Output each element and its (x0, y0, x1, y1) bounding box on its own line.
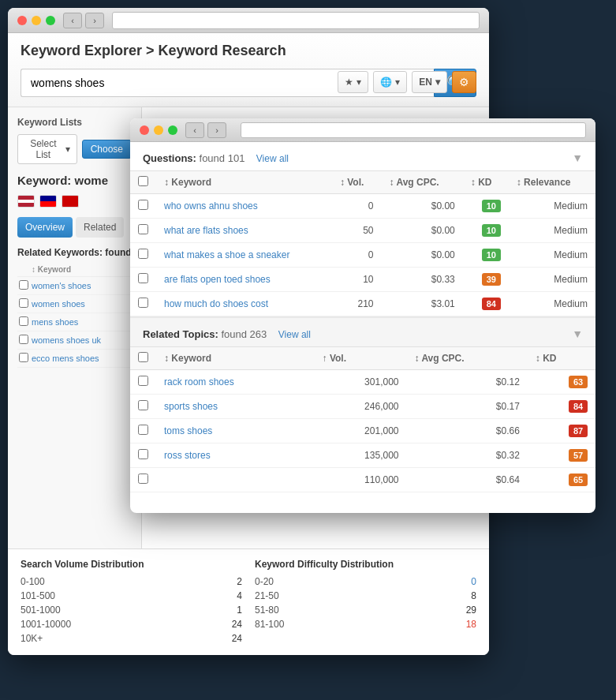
globe-icon: 🌐 (380, 77, 392, 88)
keyword-cell[interactable]: women's shoes (30, 277, 132, 295)
kd-range-count: 29 (466, 605, 476, 616)
kw-checkbox[interactable] (19, 280, 28, 290)
vol-cell: 210 (332, 292, 382, 316)
kd-range-count: 0 (471, 576, 476, 587)
keyword-cell[interactable]: womens shoes uk (30, 331, 132, 350)
q-relevance-header: ↕ Relevance (509, 171, 595, 194)
kd-badge: 57 (569, 449, 588, 462)
filter-icon[interactable]: ▼ (572, 152, 583, 164)
questions-title-row: Questions: found 101 View all (143, 152, 289, 164)
close-btn[interactable] (17, 16, 27, 25)
overlay-back[interactable]: ‹ (185, 122, 204, 138)
overlay-titlebar: ‹ › (130, 118, 595, 142)
tab-related[interactable]: Related (76, 217, 124, 238)
back-button[interactable]: ‹ (63, 13, 82, 28)
related-topics-title-row: Related Topics: found 263 View all (143, 328, 311, 340)
keyword-cell[interactable]: what are flats shoes (156, 219, 332, 243)
select-list-button[interactable]: Select List ▾ (17, 134, 77, 164)
cpc-cell: $3.01 (382, 292, 463, 316)
row-checkbox[interactable] (138, 273, 148, 283)
kw-checkbox[interactable] (19, 298, 28, 308)
overlay-url-bar[interactable] (241, 122, 586, 138)
overlay-nav: ‹ › (185, 122, 226, 138)
row-checkbox[interactable] (138, 425, 148, 435)
kd-badge: 63 (569, 376, 588, 388)
globe-chevron: ▾ (395, 77, 400, 88)
row-checkbox[interactable] (138, 224, 148, 234)
related-topics-view-all[interactable]: View all (278, 329, 311, 340)
tab-overview[interactable]: Overview (17, 217, 73, 238)
row-checkbox[interactable] (138, 298, 148, 308)
row-checkbox[interactable] (138, 376, 148, 386)
kd-cell: 10 (463, 243, 509, 268)
star-button[interactable]: ★ ▾ (338, 71, 368, 93)
keyword-cell[interactable]: mens shoes (30, 313, 132, 331)
keyword-cell[interactable] (156, 468, 315, 492)
keyword-cell[interactable]: are flats open toed shoes (156, 268, 332, 292)
keyword-cell[interactable]: women shoes (30, 295, 132, 313)
vol-cell: 201,000 (315, 419, 407, 444)
related-filter-icon[interactable]: ▼ (572, 328, 583, 340)
settings-button[interactable]: ⚙ (452, 71, 476, 93)
keyword-cell[interactable]: ross stores (156, 444, 315, 468)
keyword-cell[interactable]: what makes a shoe a sneaker (156, 243, 332, 268)
forward-button[interactable]: › (85, 13, 104, 28)
q-cpc-header: ↕ Avg CPC. (382, 171, 463, 194)
questions-view-all[interactable]: View all (256, 153, 289, 164)
globe-button[interactable]: 🌐 ▾ (373, 71, 407, 93)
keyword-cell[interactable]: rack room shoes (156, 370, 315, 395)
kd-badge: 39 (482, 273, 501, 286)
kd-range-label: 81-100 (255, 619, 284, 630)
dist-row: 101-500 4 (21, 589, 242, 603)
kd-cell: 10 (463, 194, 509, 219)
table-row: what makes a shoe a sneaker 0 $0.00 10 M… (130, 243, 595, 268)
language-label: EN (419, 77, 432, 88)
kdd-title: Keyword Difficulty Distribution (255, 559, 476, 570)
row-checkbox[interactable] (138, 400, 148, 410)
keyword-cell[interactable]: toms shoes (156, 419, 315, 444)
kd-range-label: 21-50 (255, 590, 279, 601)
maximize-btn[interactable] (46, 16, 55, 25)
cpc-cell: $0.64 (407, 468, 528, 492)
svd-title: Search Volume Distribution (21, 559, 242, 570)
kd-badge: 10 (482, 200, 501, 212)
row-checkbox[interactable] (138, 200, 148, 210)
overlay-minimize[interactable] (154, 125, 163, 135)
kd-cell: 87 (528, 419, 595, 444)
keyword-cell[interactable]: sports shoes (156, 395, 315, 419)
row-checkbox[interactable] (138, 449, 148, 459)
kd-range-label: 0-20 (255, 576, 274, 587)
overlay-close[interactable] (140, 125, 149, 135)
keyword-cell[interactable]: how much do shoes cost (156, 292, 332, 316)
table-row: how much do shoes cost 210 $3.01 84 Medi… (130, 292, 595, 316)
overlay-forward[interactable]: › (207, 122, 226, 138)
language-button[interactable]: EN ▾ (412, 71, 447, 93)
keyword-cell[interactable]: who owns ahnu shoes (156, 194, 332, 219)
dist-grid: Search Volume Distribution 0-100 2 101-5… (21, 559, 476, 646)
kd-cell: 84 (528, 395, 595, 419)
row-checkbox[interactable] (138, 474, 148, 484)
choose-button[interactable]: Choose (82, 140, 132, 159)
keyword-heading: Keyword: wome (17, 174, 132, 187)
kw-checkbox[interactable] (19, 353, 28, 362)
url-bar[interactable] (112, 12, 480, 29)
select-all-questions[interactable] (138, 176, 148, 186)
q-kd-header: ↕ KD (463, 171, 509, 194)
list-item: womens shoes uk (17, 331, 132, 350)
keyword-cell[interactable]: ecco mens shoes (30, 350, 132, 368)
row-checkbox[interactable] (138, 249, 148, 259)
kw-checkbox[interactable] (19, 335, 28, 344)
minimize-btn[interactable] (32, 16, 41, 25)
range-count: 24 (232, 619, 242, 630)
questions-header: Questions: found 101 View all ▼ (130, 142, 595, 170)
cpc-cell: $0.17 (407, 395, 528, 419)
vol-cell: 135,000 (315, 444, 407, 468)
vol-cell: 0 (332, 194, 382, 219)
star-chevron: ▾ (357, 77, 361, 88)
kw-checkbox[interactable] (19, 316, 28, 326)
overlay-maximize[interactable] (168, 125, 177, 135)
range-label: 0-100 (21, 576, 45, 587)
select-all-topics[interactable] (138, 352, 148, 362)
dist-row: 501-1000 1 (21, 603, 242, 617)
rt-cpc-header: ↕ Avg CPC. (407, 347, 528, 370)
